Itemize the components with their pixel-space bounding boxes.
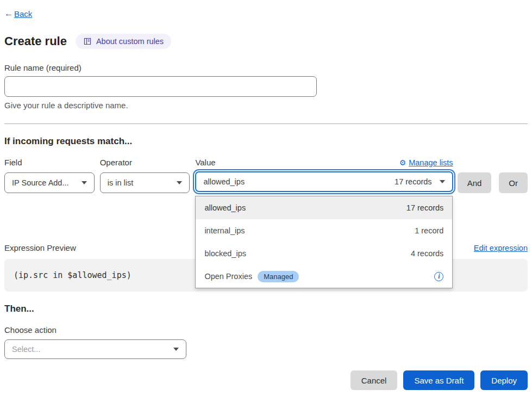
list-option-records: 1 record [415,226,443,235]
list-option-blocked-ips[interactable]: blocked_ips 4 records [196,242,452,265]
cancel-button[interactable]: Cancel [351,370,398,390]
list-option-records: 17 records [406,203,444,212]
manage-lists-label: Manage lists [409,158,453,167]
managed-badge: Managed [258,271,299,282]
value-select-records: 17 records [395,177,432,186]
action-select-placeholder: Select... [12,345,40,354]
or-button[interactable]: Or [499,172,528,193]
list-option-internal-ips[interactable]: internal_ips 1 record [196,219,452,242]
choose-action-group: Choose action Select... [4,325,528,359]
match-section-heading: If incoming requests match... [4,136,528,147]
list-option-name: allowed_ips [204,203,246,212]
list-option-records: 4 records [411,249,443,258]
operator-select-value: is in list [108,178,134,187]
footer-actions: Cancel Save as Draft Deploy [4,370,528,390]
book-icon [83,37,92,46]
rule-name-helper: Give your rule a descriptive name. [4,101,528,110]
match-condition-row: Field IP Source Add... Operator is in li… [4,158,528,193]
about-custom-rules-link[interactable]: About custom rules [76,34,171,49]
operator-select[interactable]: is in list [100,172,190,193]
chevron-down-icon [82,181,87,184]
expression-preview-label: Expression Preview [4,243,76,252]
then-section-heading: Then... [4,304,528,314]
page-title: Create rule [4,34,67,48]
back-link-label: Back [14,9,32,18]
list-option-allowed-ips[interactable]: allowed_ips 17 records [196,196,452,219]
rule-name-group: Rule name (required) Give your rule a de… [4,63,528,110]
rule-name-input[interactable] [4,76,317,97]
gear-icon: ⚙ [399,159,406,166]
action-select[interactable]: Select... [4,339,186,359]
condition-connector-buttons: And Or [458,158,528,193]
list-option-name: Open Proxies [204,272,252,281]
value-select[interactable]: allowed_ips 17 records [195,171,453,192]
and-button[interactable]: And [458,172,492,193]
rule-name-label: Rule name (required) [4,63,528,72]
title-row: Create rule About custom rules [4,34,528,49]
create-rule-page: ← Back Create rule About custom rules Ru… [0,0,532,402]
list-option-name: blocked_ips [204,249,246,258]
value-label: Value [195,158,215,167]
field-select-value: IP Source Add... [12,178,69,187]
deploy-button[interactable]: Deploy [480,370,528,390]
list-option-name: internal_ips [204,226,245,235]
section-divider [4,123,528,124]
field-label: Field [4,158,95,167]
about-custom-rules-label: About custom rules [96,37,164,46]
choose-action-label: Choose action [4,325,528,335]
back-link[interactable]: ← Back [4,9,32,18]
save-as-draft-button[interactable]: Save as Draft [403,370,474,390]
chevron-down-icon [440,180,445,183]
manage-lists-link[interactable]: ⚙ Manage lists [399,158,453,167]
chevron-down-icon [173,348,179,351]
expression-code: (ip.src in $allowed_ips) [14,270,132,280]
value-select-wrap: allowed_ips 17 records allowed_ips 17 re… [195,171,453,192]
list-option-open-proxies[interactable]: Open Proxies Managed i [196,265,452,288]
back-arrow-icon: ← [4,9,13,18]
value-select-selected: allowed_ips [203,177,245,186]
info-icon[interactable]: i [434,272,443,281]
field-select[interactable]: IP Source Add... [4,172,95,193]
chevron-down-icon [177,181,182,184]
operator-label: Operator [100,158,190,167]
list-dropdown-panel: allowed_ips 17 records internal_ips 1 re… [195,196,453,288]
edit-expression-link[interactable]: Edit expression [474,244,528,252]
